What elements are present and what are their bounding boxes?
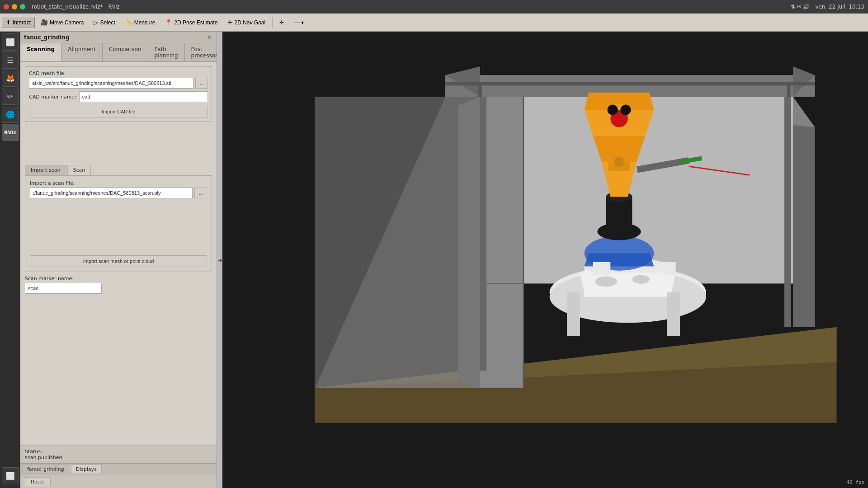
sub-tab-panel: Import a scan file: ... Import scan mesh… (25, 175, 212, 272)
sidebar-icon-globe[interactable]: 🌐 (2, 106, 19, 123)
nav-goal-label: 2D Nav Goal (234, 19, 265, 26)
panel: fanuc_grinding ✕ Scanning Alignment Comp… (20, 32, 217, 488)
cad-mesh-section: CAD mesh file: ... CAD marker name: Impo… (25, 66, 212, 122)
title-bar-right: ⇅ ✉ 🔊 ven. 22 juil. 10:13 (791, 4, 864, 10)
extra-btn-1[interactable]: ✛ (275, 17, 288, 28)
reset-button[interactable]: Reset (24, 477, 51, 486)
svg-rect-45 (480, 97, 486, 371)
measure-label: Measure (134, 19, 156, 26)
import-scan-label: Import a scan file: (30, 180, 207, 186)
svg-rect-26 (663, 262, 676, 275)
svg-point-27 (595, 277, 617, 287)
import-scan-mesh-button[interactable]: Import scan mesh or point cloud (30, 255, 207, 267)
interact-label: Interact (13, 19, 31, 26)
cad-mesh-row: CAD mesh file: ... (29, 70, 208, 89)
viewport-svg (222, 32, 868, 488)
svg-point-38 (608, 105, 618, 115)
cad-mesh-label: CAD mesh file: (29, 70, 208, 76)
status-label: Status: (25, 449, 212, 455)
import-scan-input[interactable] (30, 188, 193, 198)
svg-point-28 (632, 275, 649, 284)
select-button[interactable]: ▷ Select (90, 17, 119, 28)
svg-marker-24 (580, 273, 676, 292)
nav-goal-icon: ✛ (227, 19, 232, 26)
sub-tab-area: Import scan Scan Import a scan file: ...… (25, 165, 212, 272)
cad-mesh-browse-btn[interactable]: ... (195, 78, 208, 89)
minimize-button[interactable] (12, 4, 17, 9)
move-camera-icon: 🎥 (41, 19, 48, 26)
fps-counter: 46 fps (846, 479, 864, 485)
sub-tab-import-scan[interactable]: Import scan (25, 165, 66, 175)
svg-rect-21 (667, 292, 680, 336)
status-value: scan published (25, 455, 212, 460)
svg-rect-20 (567, 292, 580, 336)
svg-marker-6 (793, 97, 815, 327)
pose-estimate-icon: 📍 (165, 19, 172, 26)
move-camera-button[interactable]: 🎥 Move Camera (37, 17, 88, 28)
viewport[interactable]: 46 fps (222, 32, 868, 488)
sidebar-icon-menu[interactable]: ☰ (2, 52, 19, 69)
scan-marker-label: Scan marker name: (25, 276, 212, 282)
sidebar-icons: ⬜ ☰ 🦊 ✏ 🌐 RViz ⬜ (0, 32, 20, 488)
interact-icon: ⬆ (6, 19, 11, 26)
close-button[interactable] (4, 4, 9, 9)
tab-scanning[interactable]: Scanning (20, 43, 61, 61)
extra-btn-2[interactable]: — ▾ (290, 17, 307, 28)
move-camera-label: Move Camera (50, 19, 84, 26)
cad-mesh-input-row: ... (29, 78, 208, 89)
import-cad-button[interactable]: Import CAD file (29, 106, 208, 117)
import-scan-browse-btn[interactable]: ... (194, 188, 207, 198)
sub-tab-scan[interactable]: Scan (67, 165, 91, 175)
measure-icon: 📏 (125, 19, 132, 26)
tab-comparison[interactable]: Comparison (103, 43, 148, 61)
sub-tab-bar: Import scan Scan (25, 165, 212, 175)
import-scan-row: Import a scan file: ... (30, 180, 207, 198)
tab-path-planning[interactable]: Path planning (148, 43, 185, 61)
svg-rect-46 (784, 97, 791, 327)
svg-point-44 (614, 157, 624, 167)
measure-button[interactable]: 📏 Measure (121, 17, 160, 28)
svg-marker-11 (480, 97, 524, 388)
maximize-button[interactable] (20, 4, 25, 9)
panel-spacer (25, 297, 212, 441)
tab-bar: Scanning Alignment Comparison Path plann… (20, 43, 217, 62)
scan-marker-row: Scan marker name: (25, 276, 212, 294)
bottom-tabs: fanuc_grinding Displays (20, 463, 217, 475)
datetime: ven. 22 juil. 10:13 (815, 4, 864, 10)
scan-marker-input[interactable] (25, 283, 102, 294)
sidebar-icon-terminal[interactable]: ⬜ (2, 467, 19, 484)
bottom-tab-displays[interactable]: Displays (71, 465, 102, 474)
mid-spacer (25, 125, 212, 161)
cad-marker-row: CAD marker name: (29, 91, 208, 102)
inner-spacer (30, 202, 207, 252)
select-label: Select (100, 19, 115, 26)
pose-estimate-button[interactable]: 📍 2D Pose Estimate (161, 17, 222, 28)
interact-button[interactable]: ⬆ Interact (2, 17, 35, 28)
cad-mesh-input[interactable] (29, 78, 193, 89)
panel-close-button[interactable]: ✕ (206, 34, 213, 41)
sidebar-icon-rviz[interactable]: RViz (2, 124, 19, 141)
pose-estimate-label: 2D Pose Estimate (174, 19, 217, 26)
panel-title: fanuc_grinding (24, 34, 70, 41)
system-icons: ⇅ ✉ 🔊 (791, 4, 810, 10)
panel-content: CAD mesh file: ... CAD marker name: Impo… (20, 62, 217, 446)
toolbar-separator (272, 17, 273, 28)
nav-goal-button[interactable]: ✛ 2D Nav Goal (223, 17, 269, 28)
status-area: Status: scan published (20, 446, 217, 463)
bottom-tab-fanuc[interactable]: fanuc_grinding (22, 465, 69, 474)
sidebar-icon-firefox[interactable]: 🦊 (2, 70, 19, 87)
main-area: ⬜ ☰ 🦊 ✏ 🌐 RViz ⬜ fanuc_grinding ✕ Scanni… (0, 32, 868, 488)
title-bar-left: robot_state_visualize.rviz* - RViz (4, 4, 120, 10)
svg-point-39 (620, 105, 631, 115)
sidebar-icon-home[interactable]: ⬜ (2, 33, 19, 51)
sidebar-icon-edit[interactable]: ✏ (2, 88, 19, 105)
collapse-handle[interactable]: ◀ (217, 32, 222, 488)
reset-area: Reset (20, 475, 217, 488)
import-cad-btn-row: Import CAD file (29, 106, 208, 117)
import-scan-input-row: ... (30, 188, 207, 198)
cad-marker-label: CAD marker name: (29, 94, 76, 100)
tab-alignment[interactable]: Alignment (61, 43, 102, 61)
toolbar: ⬆ Interact 🎥 Move Camera ▷ Select 📏 Meas… (0, 14, 868, 32)
window-title: robot_state_visualize.rviz* - RViz (32, 4, 120, 10)
cad-marker-input[interactable] (79, 91, 208, 102)
